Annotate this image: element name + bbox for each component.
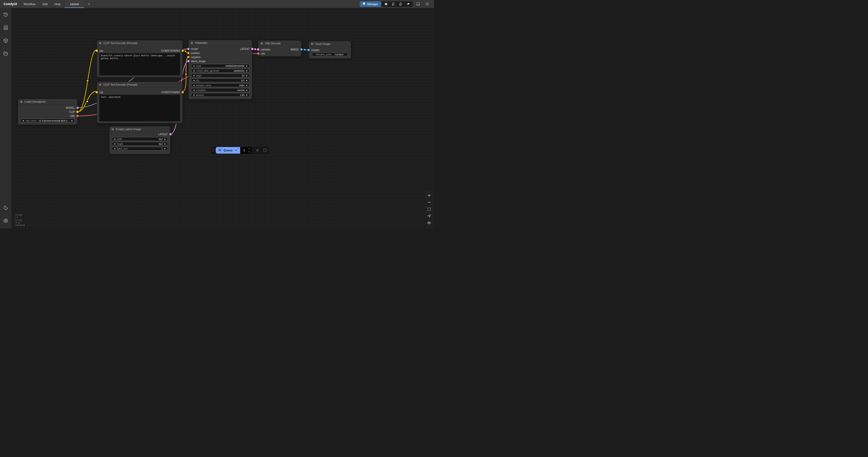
theme-toggle-moon-icon[interactable] bbox=[0, 203, 11, 213]
node-save-image[interactable]: Save Image images filename_prefix ComfyU… bbox=[309, 41, 351, 59]
conditioning-output-dot[interactable] bbox=[182, 50, 184, 52]
node-ksampler[interactable]: KSampler model LATENT positive negative … bbox=[188, 40, 252, 99]
vae-input-dot[interactable] bbox=[257, 53, 259, 55]
widget-left-arrow-icon[interactable]: ◀ bbox=[114, 143, 115, 145]
filename-prefix-widget[interactable]: filename_prefix ComfyUI bbox=[312, 53, 348, 56]
batch-size-widget[interactable]: ◀ batch_size 1 ▶ bbox=[112, 147, 168, 151]
stop-icon[interactable] bbox=[264, 149, 267, 152]
node-header[interactable]: Empty Latent Image bbox=[109, 126, 170, 132]
widget-right-arrow-icon[interactable]: ▶ bbox=[246, 80, 248, 81]
seed-widget[interactable]: ◀ seed 156680208700286 ▶ bbox=[191, 64, 250, 68]
sampler-name-widget[interactable]: ◀ sampler_name euler ▶ bbox=[191, 83, 250, 87]
height-widget[interactable]: ◀ height 512 ▶ bbox=[112, 142, 168, 146]
share-icon[interactable] bbox=[404, 1, 412, 7]
zoom-in-icon[interactable] bbox=[426, 192, 432, 198]
node-empty-latent-image[interactable]: Empty Latent Image LATENT ◀ width 512 ▶ … bbox=[109, 126, 170, 154]
widget-left-arrow-icon[interactable]: ◀ bbox=[193, 65, 194, 67]
prompt-textarea[interactable]: beautiful scenery nature glass bottle la… bbox=[99, 53, 180, 75]
clip-output-dot[interactable] bbox=[76, 111, 79, 113]
chevron-down-icon[interactable] bbox=[234, 149, 237, 152]
node-clip-text-encode-positive[interactable]: CLIP Text Encode (Prompt) clip CONDITION… bbox=[97, 40, 183, 78]
node-header[interactable]: Save Image bbox=[309, 41, 351, 47]
collapse-dot[interactable] bbox=[112, 128, 114, 130]
collapse-dot[interactable] bbox=[99, 42, 101, 44]
control-after-generate-widget[interactable]: ◀ control_after_generate randomize ▶ bbox=[191, 69, 250, 72]
widget-right-arrow-icon[interactable]: ▶ bbox=[164, 138, 166, 140]
node-load-checkpoint[interactable]: Load Checkpoint MODEL CLIP VAE ◀ ckpt_na… bbox=[18, 99, 78, 125]
widget-left-arrow-icon[interactable]: ◀ bbox=[114, 138, 115, 140]
workflows-folder-icon[interactable] bbox=[0, 49, 11, 59]
positive-input-dot[interactable] bbox=[187, 52, 189, 54]
widget-left-arrow-icon[interactable]: ◀ bbox=[114, 148, 115, 150]
image-output-dot[interactable] bbox=[300, 49, 303, 51]
bottom-panel-toggle-icon[interactable] bbox=[414, 1, 422, 7]
queue-history-icon[interactable] bbox=[0, 9, 11, 20]
vacuum-icon-1[interactable] bbox=[390, 1, 397, 7]
menu-workflow[interactable]: Workflow bbox=[24, 3, 36, 6]
latent-output-dot[interactable] bbox=[251, 48, 253, 50]
widget-right-arrow-icon[interactable]: ▶ bbox=[246, 94, 248, 96]
zoom-out-icon[interactable] bbox=[426, 200, 432, 205]
node-header[interactable]: Load Checkpoint bbox=[18, 99, 78, 105]
widget-left-arrow-icon[interactable]: ◀ bbox=[193, 94, 194, 96]
collapse-dot[interactable] bbox=[311, 43, 313, 45]
manager-button[interactable]: Manager bbox=[360, 1, 381, 7]
width-widget[interactable]: ◀ width 512 ▶ bbox=[112, 137, 168, 141]
widget-left-arrow-icon[interactable]: ◀ bbox=[193, 74, 194, 77]
menu-edit[interactable]: Edit bbox=[42, 3, 48, 6]
ckpt-name-widget[interactable]: ◀ ckpt_name v1-5-pruned-emaonly-fp16.s… … bbox=[20, 119, 75, 123]
batch-count-steppers[interactable] bbox=[248, 148, 251, 153]
scheduler-widget[interactable]: ◀ scheduler normal ▶ bbox=[191, 88, 250, 92]
vae-output-dot[interactable] bbox=[76, 115, 79, 117]
node-header[interactable]: CLIP Text Encode (Prompt) bbox=[97, 82, 183, 88]
clear-queue-icon[interactable] bbox=[256, 149, 259, 152]
node-header[interactable]: VAE Decode bbox=[258, 40, 301, 47]
vacuum-icon-2[interactable] bbox=[397, 1, 404, 7]
widget-left-arrow-icon[interactable]: ◀ bbox=[193, 80, 194, 81]
widget-right-arrow-icon[interactable]: ▶ bbox=[246, 84, 248, 86]
node-library-icon[interactable] bbox=[0, 23, 11, 33]
clip-input-dot[interactable] bbox=[95, 50, 98, 52]
widget-right-arrow-icon[interactable]: ▶ bbox=[164, 143, 166, 145]
collapse-dot[interactable] bbox=[191, 42, 193, 44]
tab-tutorial[interactable]: tutorial bbox=[65, 0, 85, 8]
model-library-icon[interactable] bbox=[0, 35, 11, 45]
collapse-dot[interactable] bbox=[260, 42, 263, 44]
widget-right-arrow-icon[interactable]: ▶ bbox=[246, 74, 248, 77]
collapse-dot[interactable] bbox=[99, 84, 101, 86]
widget-left-arrow-icon[interactable]: ◀ bbox=[193, 70, 194, 71]
cfg-widget[interactable]: ◀ cfg 8.0 ▶ bbox=[191, 79, 250, 82]
negative-input-dot[interactable] bbox=[187, 56, 189, 58]
images-input-dot[interactable] bbox=[307, 49, 310, 51]
select-mode-icon[interactable] bbox=[426, 213, 432, 219]
widget-left-arrow-icon[interactable]: ◀ bbox=[193, 89, 194, 91]
conditioning-output-dot[interactable] bbox=[182, 91, 184, 93]
steps-widget[interactable]: ◀ steps 20 ▶ bbox=[191, 73, 250, 78]
latent-output-dot[interactable] bbox=[169, 133, 172, 135]
toggle-link-visibility-eye-icon[interactable] bbox=[426, 220, 432, 225]
fit-view-icon[interactable] bbox=[426, 206, 432, 212]
samples-input-dot[interactable] bbox=[257, 49, 259, 51]
drag-handle[interactable] bbox=[213, 149, 213, 152]
widget-left-arrow-icon[interactable]: ◀ bbox=[23, 120, 24, 122]
node-vae-decode[interactable]: VAE Decode samples IMAGE vae bbox=[258, 40, 301, 57]
widget-right-arrow-icon[interactable]: ▶ bbox=[246, 70, 248, 71]
node-header[interactable]: CLIP Text Encode (Prompt) bbox=[97, 40, 183, 46]
settings-gear-icon[interactable] bbox=[0, 215, 11, 226]
model-output-dot[interactable] bbox=[76, 107, 79, 109]
node-clip-text-encode-negative[interactable]: CLIP Text Encode (Prompt) clip CONDITION… bbox=[97, 82, 183, 123]
clip-input-dot[interactable] bbox=[95, 91, 98, 93]
hamburger-menu-icon[interactable] bbox=[423, 1, 431, 7]
model-input-dot[interactable] bbox=[187, 48, 189, 50]
widget-right-arrow-icon[interactable]: ▶ bbox=[164, 148, 166, 150]
denoise-widget[interactable]: ◀ denoise 1.00 ▶ bbox=[191, 93, 250, 97]
queue-button[interactable]: Queue bbox=[216, 147, 241, 154]
prompt-textarea[interactable]: text, watermark bbox=[99, 95, 180, 121]
menu-help[interactable]: Help bbox=[55, 3, 61, 6]
collapse-dot[interactable] bbox=[20, 101, 23, 103]
new-tab-button[interactable]: + bbox=[85, 0, 94, 8]
node-header[interactable]: KSampler bbox=[188, 40, 252, 46]
latent-image-input-dot[interactable] bbox=[187, 60, 189, 62]
widget-right-arrow-icon[interactable]: ▶ bbox=[71, 120, 73, 122]
widget-left-arrow-icon[interactable]: ◀ bbox=[193, 84, 194, 86]
